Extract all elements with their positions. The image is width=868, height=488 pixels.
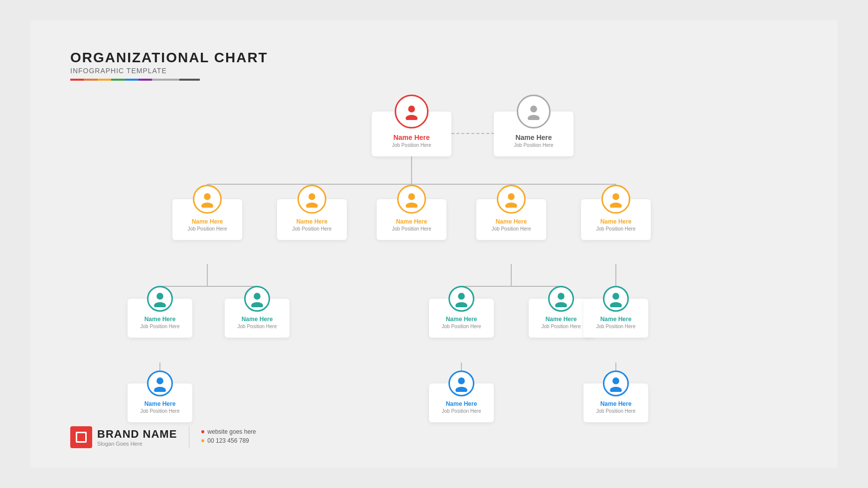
svg-point-28: [408, 193, 415, 200]
l1-3-name: Name Here: [377, 218, 446, 225]
ceo-avatar: [395, 95, 429, 128]
chart-title: ORGANIZATIONAL CHART: [70, 50, 268, 66]
l2-3-job: Job Position Here: [429, 324, 494, 329]
l3-2-person-icon: [453, 375, 470, 392]
footer: BRAND NAME Slogan Goes Here website goes…: [70, 426, 256, 448]
l2-card-1: Name Here Job Position Here: [128, 299, 192, 338]
svg-point-44: [156, 377, 163, 384]
l1-3-person-icon: [403, 191, 420, 208]
l2-2-person-icon: [249, 290, 266, 307]
l3-3-name: Name Here: [583, 400, 648, 407]
svg-point-47: [455, 387, 467, 392]
l1-2-name: Name Here: [277, 218, 347, 225]
svg-point-38: [458, 293, 465, 300]
svg-point-30: [508, 193, 515, 200]
l2-3-name: Name Here: [429, 316, 494, 323]
coo-job: Job Position Here: [494, 142, 574, 148]
svg-point-27: [306, 203, 318, 208]
l3-card-3: Name Here Job Position Here: [583, 383, 648, 422]
chart-subtitle: INFOGRAPHIC TEMPLATE: [70, 67, 268, 75]
brand-icon-inner: [76, 432, 87, 443]
brand-logo: BRAND NAME Slogan Goes Here: [70, 426, 177, 448]
l2-1-job: Job Position Here: [128, 324, 192, 329]
chart-area: Name Here Job Position Here Name Here Jo…: [130, 90, 823, 408]
svg-point-21: [406, 115, 418, 120]
l1-4-person-icon: [503, 191, 520, 208]
l1-2-job: Job Position Here: [277, 226, 347, 232]
l2-5-person-icon: [607, 290, 624, 307]
coo-person-icon: [525, 103, 542, 120]
header: ORGANIZATIONAL CHART INFOGRAPHIC TEMPLAT…: [70, 50, 268, 81]
svg-point-23: [528, 115, 540, 120]
l1-2-person-icon: [303, 191, 320, 208]
website-icon: [201, 430, 204, 433]
coo-avatar: [517, 95, 551, 128]
svg-point-29: [406, 203, 418, 208]
brand-slogan: Slogan Goes Here: [97, 441, 177, 447]
slide: ORGANIZATIONAL CHART INFOGRAPHIC TEMPLAT…: [30, 20, 838, 468]
svg-point-20: [408, 106, 415, 113]
l1-card-3: Name Here Job Position Here: [377, 199, 446, 240]
brand-icon: [70, 426, 92, 448]
l1-5-job: Job Position Here: [581, 226, 651, 232]
l2-2-job: Job Position Here: [225, 324, 289, 329]
svg-point-31: [505, 203, 517, 208]
svg-point-24: [204, 193, 211, 200]
l3-3-person-icon: [607, 375, 624, 392]
svg-point-42: [612, 293, 619, 300]
svg-point-46: [458, 377, 465, 384]
svg-point-22: [530, 106, 537, 113]
l2-card-3: Name Here Job Position Here: [429, 299, 494, 338]
l1-4-job: Job Position Here: [476, 226, 546, 232]
l2-5-job: Job Position Here: [583, 324, 648, 329]
contact-info: website goes here 00 123 456 789: [201, 428, 256, 446]
l1-1-name: Name Here: [172, 218, 242, 225]
l2-card-2: Name Here Job Position Here: [225, 299, 289, 338]
l1-5-name: Name Here: [581, 218, 651, 225]
website-text: website goes here: [207, 428, 256, 435]
svg-point-45: [154, 387, 166, 392]
l3-1-job: Job Position Here: [128, 408, 192, 414]
l3-2-name: Name Here: [429, 400, 494, 407]
svg-point-35: [154, 302, 166, 307]
ceo-card: Name Here Job Position Here: [372, 112, 451, 156]
l3-1-person-icon: [151, 375, 168, 392]
phone-text: 00 123 456 789: [207, 437, 249, 444]
ceo-person-icon: [403, 103, 420, 120]
l2-3-person-icon: [453, 290, 470, 307]
svg-point-34: [156, 293, 163, 300]
svg-point-33: [610, 203, 622, 208]
l3-card-1: Name Here Job Position Here: [128, 383, 192, 422]
l1-card-1: Name Here Job Position Here: [172, 199, 242, 240]
svg-point-43: [610, 302, 622, 307]
svg-point-48: [612, 377, 619, 384]
l1-card-5: Name Here Job Position Here: [581, 199, 651, 240]
footer-divider: [189, 426, 189, 448]
l1-3-job: Job Position Here: [377, 226, 446, 232]
l2-card-5: Name Here Job Position Here: [583, 299, 648, 338]
svg-point-32: [612, 193, 619, 200]
ceo-name: Name Here: [372, 133, 451, 141]
connector-lines: [130, 90, 823, 408]
l1-card-4: Name Here Job Position Here: [476, 199, 546, 240]
brand-name: BRAND NAME: [97, 428, 177, 441]
l2-1-person-icon: [151, 290, 168, 307]
brand-text: BRAND NAME Slogan Goes Here: [97, 428, 177, 447]
l3-2-job: Job Position Here: [429, 408, 494, 414]
svg-point-36: [254, 293, 261, 300]
l2-5-name: Name Here: [583, 316, 648, 323]
svg-point-37: [251, 302, 263, 307]
l1-1-job: Job Position Here: [172, 226, 242, 232]
l3-3-job: Job Position Here: [583, 408, 648, 414]
svg-point-49: [610, 387, 622, 392]
l2-4-person-icon: [553, 290, 570, 307]
l1-1-person-icon: [199, 191, 216, 208]
l2-1-name: Name Here: [128, 316, 192, 323]
ceo-job: Job Position Here: [372, 142, 451, 148]
phone-row: 00 123 456 789: [201, 437, 256, 444]
l2-2-name: Name Here: [225, 316, 289, 323]
l1-card-2: Name Here Job Position Here: [277, 199, 347, 240]
l3-1-name: Name Here: [128, 400, 192, 407]
l1-5-person-icon: [607, 191, 624, 208]
l3-card-2: Name Here Job Position Here: [429, 383, 494, 422]
